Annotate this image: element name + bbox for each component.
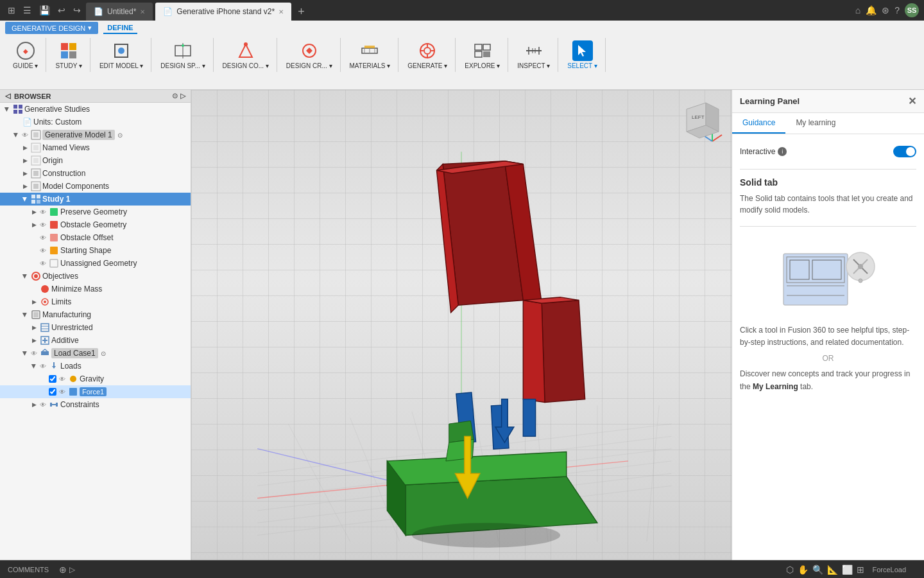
comments-label[interactable]: COMMENTS [8, 566, 49, 574]
zoom-tool[interactable]: 🔍 [812, 565, 823, 575]
view-tool[interactable]: ⬜ [842, 565, 853, 575]
loads-eye[interactable]: 👁 [38, 362, 47, 371]
panel-close-button[interactable]: ✕ [908, 95, 916, 107]
design-cr-tool[interactable]: DESIGN CR... ▾ [282, 38, 336, 72]
expand-comments-icon[interactable]: ▷ [69, 565, 75, 574]
constraints-eye[interactable]: 👁 [38, 400, 47, 409]
study-tool[interactable]: STUDY ▾ [51, 38, 86, 72]
view-cube[interactable]: LEFT [674, 96, 725, 148]
expand-study-1[interactable]: ▶ [21, 195, 30, 204]
tab-untitled[interactable]: 📄 Untitled* ✕ [86, 3, 153, 21]
tree-item-model-components[interactable]: ▶ Model Components [0, 180, 191, 193]
expand-construction[interactable]: ▶ [21, 169, 30, 178]
expand-named-views[interactable]: ▶ [21, 143, 30, 152]
pan-tool[interactable]: ✋ [798, 565, 809, 575]
interactive-toggle[interactable] [893, 146, 916, 157]
tree-item-unrestricted[interactable]: ▶ Unrestricted [0, 321, 191, 334]
expand-generative-studies[interactable]: ▶ [3, 105, 12, 114]
add-tab-button[interactable]: + [294, 5, 309, 19]
select-tool[interactable]: SELECT ▾ [563, 38, 601, 72]
tree-item-constraints[interactable]: ▶ 👁 Constraints [0, 398, 191, 411]
notification-icon[interactable]: 🔔 [866, 5, 877, 15]
force1-checkbox[interactable] [49, 388, 56, 396]
tree-item-minimize-mass[interactable]: Minimize Mass [0, 283, 191, 295]
tree-item-units[interactable]: 📄 Units: Custom [0, 116, 191, 128]
tree-item-starting-shape[interactable]: 👁 Starting Shape [0, 244, 191, 257]
tree-item-named-views[interactable]: ▶ Named Views [0, 141, 191, 154]
tree-item-unassigned-geo[interactable]: 👁 Unassigned Geometry [0, 257, 191, 270]
expand-unrestricted[interactable]: ▶ [30, 323, 38, 332]
expand-loads[interactable]: ▶ [30, 362, 38, 371]
tree-item-construction[interactable]: ▶ Construction [0, 167, 191, 180]
tab-iphone-close[interactable]: ✕ [278, 8, 284, 15]
force1-eye[interactable]: 👁 [58, 387, 67, 396]
materials-tool[interactable]: MATERIALS ▾ [346, 38, 395, 72]
measure-tool[interactable]: 📐 [827, 565, 838, 575]
expand-constraints[interactable]: ▶ [30, 400, 38, 409]
load-case1-eye[interactable]: 👁 [30, 349, 38, 358]
tree-item-preserve-geo[interactable]: ▶ 👁 Preserve Geometry [0, 206, 191, 218]
tab-guidance[interactable]: Guidance [732, 113, 785, 134]
interactive-info-icon[interactable]: i [778, 147, 787, 156]
expand-gen-model[interactable]: ▶ [12, 130, 21, 139]
tree-item-additive[interactable]: ▶ Additive [0, 334, 191, 347]
tab-iphone[interactable]: 📄 Generative iPhone stand v2* ✕ [155, 3, 291, 21]
gen-model-eye[interactable]: 👁 [21, 130, 30, 139]
undo-icon[interactable]: ↩ [55, 4, 68, 17]
gravity-eye[interactable]: 👁 [58, 374, 67, 383]
collapse-browser-icon[interactable]: ◁ [5, 92, 10, 100]
browser-expand-icon[interactable]: ▷ [180, 92, 185, 100]
viewport[interactable]: LEFT [191, 90, 732, 560]
orbit-tool[interactable]: ⬡ [786, 565, 794, 575]
tree-item-manufacturing[interactable]: ▶ Manufacturing [0, 308, 191, 321]
browser-settings-icon[interactable]: ⊙ [172, 92, 178, 100]
gravity-checkbox[interactable] [49, 375, 56, 383]
user-avatar[interactable]: SS [905, 3, 919, 17]
expand-load-case1[interactable]: ▶ [21, 349, 30, 358]
guide-tool[interactable]: GUIDE ▾ [9, 38, 42, 72]
explore-tool[interactable]: EXPLORE ▾ [461, 38, 504, 72]
redo-icon[interactable]: ↪ [71, 4, 83, 17]
expand-preserve-geo[interactable]: ▶ [30, 207, 38, 216]
expand-limits[interactable]: ▶ [30, 297, 38, 306]
preserve-geo-eye[interactable]: 👁 [38, 207, 47, 216]
help-icon[interactable]: ? [894, 5, 900, 15]
tab-untitled-close[interactable]: ✕ [140, 8, 145, 15]
my-learning-link[interactable]: My Learning [753, 382, 798, 391]
expand-manufacturing[interactable]: ▶ [21, 310, 30, 319]
edit-model-tool[interactable]: EDIT MODEL ▾ [96, 38, 147, 72]
obstacle-offset-eye[interactable]: 👁 [38, 233, 47, 242]
expand-objectives[interactable]: ▶ [21, 272, 30, 281]
unassigned-geo-eye[interactable]: 👁 [38, 259, 47, 268]
grid-tool[interactable]: ⊞ [857, 565, 864, 575]
tree-item-obstacle-geo[interactable]: ▶ 👁 Obstacle Geometry [0, 218, 191, 231]
tree-item-gravity[interactable]: 👁 Gravity [0, 372, 191, 385]
starting-shape-eye[interactable]: 👁 [38, 246, 47, 255]
tree-item-study-1[interactable]: ▶ Study 1 [0, 193, 191, 206]
tree-item-generative-studies[interactable]: ▶ Generative Studies [0, 103, 191, 116]
generate-tool[interactable]: GENERATE ▾ [404, 38, 451, 72]
expand-origin[interactable]: ▶ [21, 156, 30, 165]
gen-model-target[interactable]: ⊙ [117, 132, 123, 139]
save-icon[interactable]: 💾 [37, 4, 53, 17]
menu-icon[interactable]: ☰ [21, 4, 34, 17]
apps-icon[interactable]: ⊞ [5, 4, 18, 17]
expand-model-components[interactable]: ▶ [21, 182, 30, 191]
tree-item-objectives[interactable]: ▶ Objectives [0, 270, 191, 283]
design-sp-tool[interactable]: DESIGN SP... ▾ [157, 38, 209, 72]
tree-item-limits[interactable]: ▶ Limits [0, 295, 191, 308]
design-co-tool[interactable]: DESIGN CO... ▾ [219, 38, 273, 72]
expand-additive[interactable]: ▶ [30, 336, 38, 345]
define-tab[interactable]: DEFINE [103, 22, 137, 34]
inspect-tool[interactable]: INSPECT ▾ [513, 38, 554, 72]
generative-design-mode-button[interactable]: GENERATIVE DESIGN ▾ [5, 22, 98, 34]
tree-item-obstacle-offset[interactable]: 👁 Obstacle Offset [0, 231, 191, 244]
expand-obstacle-geo[interactable]: ▶ [30, 220, 38, 229]
obstacle-geo-eye[interactable]: 👁 [38, 220, 47, 229]
tree-item-load-case1[interactable]: ▶ 👁 Load Case1 ⊙ [0, 347, 191, 360]
network-icon[interactable]: ⊛ [882, 5, 889, 15]
home-icon[interactable]: ⌂ [855, 5, 860, 15]
add-comment-icon[interactable]: ⊕ [59, 565, 67, 575]
tree-item-origin[interactable]: ▶ Origin [0, 154, 191, 167]
tree-item-loads[interactable]: ▶ 👁 Loads [0, 360, 191, 372]
